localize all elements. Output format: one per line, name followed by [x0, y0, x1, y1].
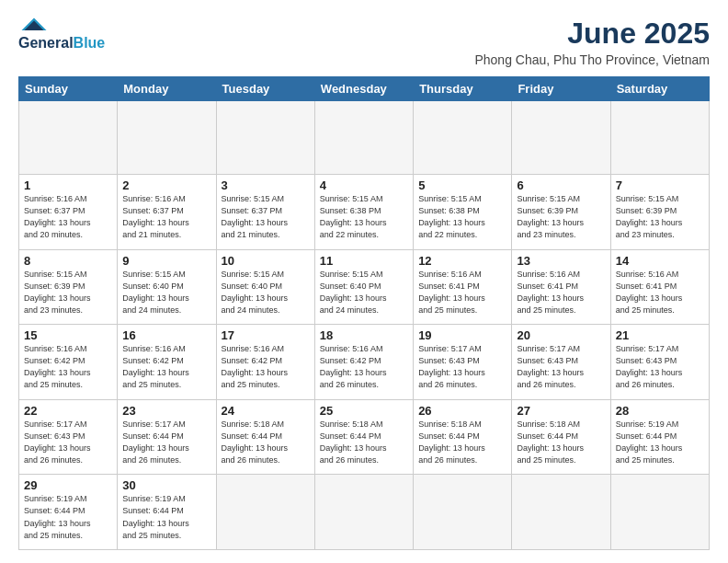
table-row: 6Sunrise: 5:15 AM Sunset: 6:39 PM Daylig…: [512, 175, 610, 250]
day-info: Sunrise: 5:16 AM Sunset: 6:41 PM Dayligh…: [616, 269, 704, 316]
day-info: Sunrise: 5:15 AM Sunset: 6:39 PM Dayligh…: [616, 193, 704, 241]
day-info: Sunrise: 5:17 AM Sunset: 6:43 PM Dayligh…: [616, 343, 704, 391]
day-number: 19: [418, 328, 506, 342]
table-row: [314, 475, 413, 550]
logo-general: General: [18, 35, 74, 52]
day-number: 13: [517, 254, 605, 268]
table-row: 12Sunrise: 5:16 AM Sunset: 6:41 PM Dayli…: [414, 249, 512, 325]
day-info: Sunrise: 5:15 AM Sunset: 6:38 PM Dayligh…: [418, 193, 506, 241]
table-row: 14Sunrise: 5:16 AM Sunset: 6:41 PM Dayli…: [610, 249, 709, 325]
day-info: Sunrise: 5:16 AM Sunset: 6:41 PM Dayligh…: [517, 269, 605, 316]
day-info: Sunrise: 5:16 AM Sunset: 6:42 PM Dayligh…: [24, 343, 112, 391]
day-number: 11: [320, 254, 408, 268]
calendar-body: 1Sunrise: 5:16 AM Sunset: 6:37 PM Daylig…: [19, 101, 710, 550]
day-info: Sunrise: 5:19 AM Sunset: 6:44 PM Dayligh…: [122, 493, 210, 541]
table-row: [512, 475, 610, 550]
day-number: 21: [616, 328, 704, 342]
day-info: Sunrise: 5:19 AM Sunset: 6:44 PM Dayligh…: [616, 419, 704, 466]
table-row: 11Sunrise: 5:15 AM Sunset: 6:40 PM Dayli…: [314, 249, 413, 325]
day-number: 2: [122, 178, 210, 192]
table-row: 4Sunrise: 5:15 AM Sunset: 6:38 PM Daylig…: [314, 175, 413, 250]
col-header-tuesday: Tuesday: [216, 77, 314, 101]
table-row: [118, 101, 216, 175]
table-row: 25Sunrise: 5:18 AM Sunset: 6:44 PM Dayli…: [314, 399, 413, 475]
logo-blue: Blue: [74, 35, 106, 52]
table-row: 16Sunrise: 5:16 AM Sunset: 6:42 PM Dayli…: [118, 325, 216, 400]
day-info: Sunrise: 5:15 AM Sunset: 6:39 PM Dayligh…: [517, 193, 605, 241]
day-info: Sunrise: 5:17 AM Sunset: 6:43 PM Dayligh…: [517, 343, 605, 391]
day-info: Sunrise: 5:15 AM Sunset: 6:37 PM Dayligh…: [222, 193, 310, 241]
logo: General Blue: [18, 17, 105, 52]
table-row: 30Sunrise: 5:19 AM Sunset: 6:44 PM Dayli…: [118, 475, 216, 550]
col-header-friday: Friday: [512, 77, 610, 101]
day-number: 7: [616, 178, 704, 192]
day-info: Sunrise: 5:15 AM Sunset: 6:40 PM Dayligh…: [320, 269, 408, 316]
day-number: 16: [122, 328, 210, 342]
day-number: 1: [24, 178, 112, 192]
table-row: 8Sunrise: 5:15 AM Sunset: 6:39 PM Daylig…: [19, 249, 118, 325]
day-info: Sunrise: 5:19 AM Sunset: 6:44 PM Dayligh…: [24, 493, 112, 541]
title-block: June 2025 Phong Chau, Phu Tho Province, …: [474, 17, 710, 67]
table-row: [19, 101, 118, 175]
col-header-monday: Monday: [118, 77, 216, 101]
day-number: 3: [222, 178, 310, 192]
table-row: 2Sunrise: 5:16 AM Sunset: 6:37 PM Daylig…: [118, 175, 216, 250]
table-row: 13Sunrise: 5:16 AM Sunset: 6:41 PM Dayli…: [512, 249, 610, 325]
day-number: 18: [320, 328, 408, 342]
table-row: [216, 101, 314, 175]
day-info: Sunrise: 5:16 AM Sunset: 6:37 PM Dayligh…: [24, 193, 112, 241]
table-row: 26Sunrise: 5:18 AM Sunset: 6:44 PM Dayli…: [414, 399, 512, 475]
day-number: 15: [24, 328, 112, 342]
day-number: 14: [616, 254, 704, 268]
table-row: [314, 101, 413, 175]
day-info: Sunrise: 5:18 AM Sunset: 6:44 PM Dayligh…: [320, 419, 408, 466]
day-number: 20: [517, 328, 605, 342]
col-header-thursday: Thursday: [414, 77, 512, 101]
day-info: Sunrise: 5:17 AM Sunset: 6:43 PM Dayligh…: [418, 343, 506, 391]
day-info: Sunrise: 5:15 AM Sunset: 6:40 PM Dayligh…: [122, 269, 210, 316]
day-number: 4: [320, 178, 408, 192]
col-header-wednesday: Wednesday: [314, 77, 413, 101]
day-number: 6: [517, 178, 605, 192]
table-row: 27Sunrise: 5:18 AM Sunset: 6:44 PM Dayli…: [512, 399, 610, 475]
day-info: Sunrise: 5:16 AM Sunset: 6:42 PM Dayligh…: [320, 343, 408, 391]
day-info: Sunrise: 5:17 AM Sunset: 6:44 PM Dayligh…: [122, 419, 210, 466]
table-row: 5Sunrise: 5:15 AM Sunset: 6:38 PM Daylig…: [414, 175, 512, 250]
table-row: 1Sunrise: 5:16 AM Sunset: 6:37 PM Daylig…: [19, 175, 118, 250]
day-info: Sunrise: 5:15 AM Sunset: 6:40 PM Dayligh…: [222, 269, 310, 316]
day-number: 17: [222, 328, 310, 342]
day-number: 10: [222, 254, 310, 268]
day-number: 28: [616, 404, 704, 418]
table-row: 7Sunrise: 5:15 AM Sunset: 6:39 PM Daylig…: [610, 175, 709, 250]
table-row: 29Sunrise: 5:19 AM Sunset: 6:44 PM Dayli…: [19, 475, 118, 550]
day-number: 26: [418, 404, 506, 418]
table-row: 20Sunrise: 5:17 AM Sunset: 6:43 PM Dayli…: [512, 325, 610, 400]
day-info: Sunrise: 5:16 AM Sunset: 6:42 PM Dayligh…: [122, 343, 210, 391]
col-header-sunday: Sunday: [19, 77, 118, 101]
table-row: 23Sunrise: 5:17 AM Sunset: 6:44 PM Dayli…: [118, 399, 216, 475]
day-info: Sunrise: 5:15 AM Sunset: 6:38 PM Dayligh…: [320, 193, 408, 241]
col-header-saturday: Saturday: [610, 77, 709, 101]
calendar-header: SundayMondayTuesdayWednesdayThursdayFrid…: [19, 77, 710, 101]
day-info: Sunrise: 5:16 AM Sunset: 6:41 PM Dayligh…: [418, 269, 506, 316]
day-number: 23: [122, 404, 210, 418]
table-row: 10Sunrise: 5:15 AM Sunset: 6:40 PM Dayli…: [216, 249, 314, 325]
table-row: [414, 475, 512, 550]
day-number: 29: [24, 478, 112, 492]
table-row: [610, 101, 709, 175]
calendar-title: June 2025: [474, 17, 710, 51]
day-number: 22: [24, 404, 112, 418]
table-row: 15Sunrise: 5:16 AM Sunset: 6:42 PM Dayli…: [19, 325, 118, 400]
table-row: 18Sunrise: 5:16 AM Sunset: 6:42 PM Dayli…: [314, 325, 413, 400]
table-row: 24Sunrise: 5:18 AM Sunset: 6:44 PM Dayli…: [216, 399, 314, 475]
table-row: 22Sunrise: 5:17 AM Sunset: 6:43 PM Dayli…: [19, 399, 118, 475]
table-row: 17Sunrise: 5:16 AM Sunset: 6:42 PM Dayli…: [216, 325, 314, 400]
page: General Blue June 2025 Phong Chau, Phu T…: [0, 0, 728, 563]
day-number: 25: [320, 404, 408, 418]
logo-icon: [20, 17, 48, 33]
day-number: 30: [122, 478, 210, 492]
table-row: 21Sunrise: 5:17 AM Sunset: 6:43 PM Dayli…: [610, 325, 709, 400]
table-row: 3Sunrise: 5:15 AM Sunset: 6:37 PM Daylig…: [216, 175, 314, 250]
day-info: Sunrise: 5:16 AM Sunset: 6:37 PM Dayligh…: [122, 193, 210, 241]
table-row: [216, 475, 314, 550]
